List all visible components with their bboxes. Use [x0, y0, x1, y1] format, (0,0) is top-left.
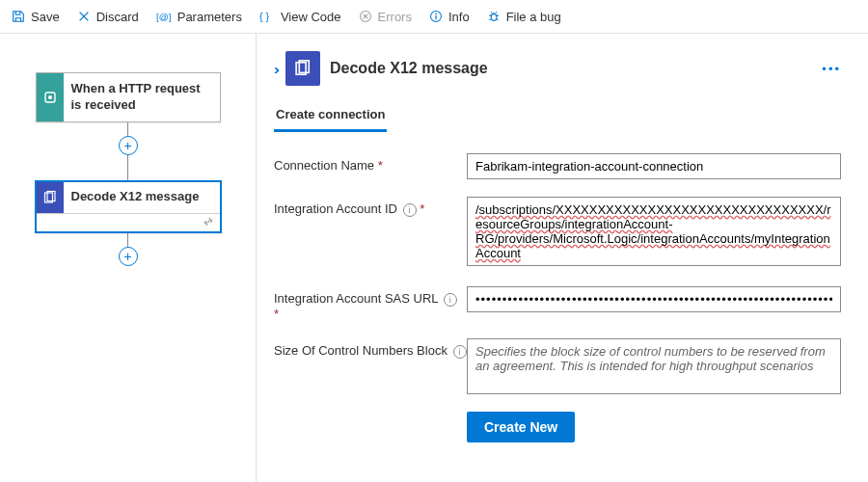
svg-point-8 [48, 95, 52, 99]
required-marker: * [274, 307, 279, 321]
action-label: Decode X12 message [64, 182, 220, 213]
parameters-button[interactable]: [@] Parameters [150, 6, 248, 28]
svg-text:[@]: [@] [156, 12, 172, 22]
edge [127, 233, 128, 247]
details-panel: ›› Decode X12 message ••• Create connect… [256, 34, 868, 482]
info-label: Info [448, 10, 470, 24]
info-icon[interactable]: i [444, 293, 457, 307]
required-marker: * [420, 201, 424, 216]
workflow-canvas: When a HTTP request is received + Decode… [0, 34, 256, 482]
add-step-button[interactable]: + [119, 136, 138, 155]
sas-url-input[interactable] [467, 286, 841, 312]
save-icon [12, 10, 25, 23]
collapse-icon[interactable]: ›› [274, 61, 276, 77]
main-area: When a HTTP request is received + Decode… [0, 34, 868, 482]
discard-label: Discard [96, 10, 139, 24]
http-icon [37, 73, 64, 121]
svg-point-4 [435, 13, 437, 15]
info-icon [429, 10, 443, 23]
errors-label: Errors [378, 10, 412, 24]
svg-point-6 [491, 13, 497, 20]
trigger-node[interactable]: When a HTTP request is received [36, 72, 221, 122]
parameters-icon: [@] [156, 10, 172, 23]
svg-text:{ }: { } [259, 11, 270, 22]
block-size-input[interactable]: Specifies the block size of control numb… [467, 338, 841, 394]
more-menu-button[interactable]: ••• [822, 62, 841, 76]
info-icon[interactable]: i [453, 345, 467, 359]
file-bug-button[interactable]: File a bug [481, 6, 567, 28]
trigger-label: When a HTTP request is received [64, 73, 220, 121]
view-code-button[interactable]: { } View Code [254, 6, 347, 28]
add-step-button[interactable]: + [119, 247, 138, 266]
discard-button[interactable]: Discard [71, 6, 145, 28]
view-code-label: View Code [281, 10, 341, 24]
edge [127, 122, 128, 136]
info-button[interactable]: Info [423, 6, 475, 28]
sas-url-label: Integration Account SAS URL i* [274, 286, 467, 321]
bug-icon [487, 10, 501, 23]
toolbar: Save Discard [@] Parameters { } View Cod… [0, 0, 868, 34]
integration-account-id-label: Integration Account ID i * [274, 197, 467, 269]
block-size-label: Size Of Control Numbers Block i [274, 338, 467, 394]
svg-rect-5 [435, 15, 436, 19]
connection-form: Connection Name * Integration Account ID… [274, 153, 841, 442]
connection-name-label: Connection Name * [274, 153, 467, 179]
save-button[interactable]: Save [6, 6, 66, 28]
create-new-button[interactable]: Create New [467, 412, 575, 442]
integration-account-id-input[interactable]: /subscriptions/XXXXXXXXXXXXXXXXXXXXXXXXX… [467, 197, 841, 266]
info-icon[interactable]: i [403, 203, 417, 217]
save-label: Save [31, 10, 60, 24]
x12-icon [37, 182, 64, 213]
edge [127, 155, 128, 180]
errors-icon [359, 10, 372, 23]
parameters-label: Parameters [177, 10, 242, 24]
panel-title: Decode X12 message [330, 60, 812, 77]
x12-icon [285, 51, 320, 86]
braces-icon: { } [259, 10, 275, 23]
tabs: Create connection [274, 107, 841, 132]
tab-create-connection[interactable]: Create connection [274, 107, 387, 132]
errors-button: Errors [353, 6, 418, 28]
required-marker: * [378, 158, 383, 173]
action-node-decode-x12[interactable]: Decode X12 message [35, 180, 222, 233]
connection-icon [203, 216, 214, 229]
file-bug-label: File a bug [506, 10, 561, 24]
connection-name-input[interactable] [467, 153, 841, 179]
discard-icon [77, 10, 91, 23]
